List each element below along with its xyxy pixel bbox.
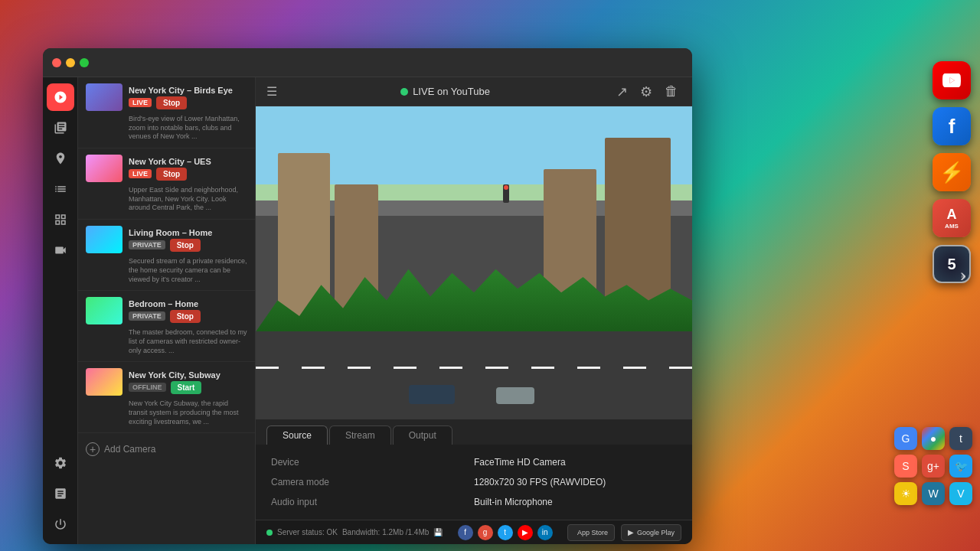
app-window: New York City – Birds Eye LIVE Stop Bird… [43, 48, 692, 544]
add-icon: + [86, 442, 100, 456]
sidebar-icon-home[interactable] [47, 83, 74, 111]
car-2 [496, 387, 534, 404]
close-button[interactable] [52, 58, 61, 67]
share-button[interactable]: ↗ [613, 82, 631, 102]
main-layout: New York City – Birds Eye LIVE Stop Bird… [43, 77, 692, 544]
traffic-signal [503, 184, 509, 203]
dock-icon-ams[interactable]: A AMS [933, 199, 971, 237]
device-label: Device [271, 457, 474, 468]
sidebar-icon-settings[interactable] [47, 449, 74, 477]
camera-description: New York City Subway, the rapid transit … [86, 399, 247, 426]
dock-icon-facebook[interactable]: f [933, 107, 971, 145]
menu-icon[interactable]: ☰ [266, 84, 277, 99]
sidebar-icon-video[interactable] [47, 236, 74, 264]
sidebar-icon-grid[interactable] [47, 206, 74, 233]
title-bar [43, 48, 692, 77]
apple-store-label: App Store [577, 529, 608, 536]
mini-icon-wordpress[interactable]: W [922, 482, 945, 505]
traffic-lights [52, 58, 89, 67]
camera-thumbnail [86, 155, 122, 182]
camera-name: New York City, Subway [129, 370, 247, 380]
google-play-button[interactable]: ▶ Google Play [621, 524, 681, 541]
camera-stop-button[interactable]: Stop [156, 168, 187, 181]
camera-name: New York City – UES [129, 157, 247, 166]
camera-name: New York City – Birds Eye [129, 86, 247, 95]
sidebar-icon-power[interactable] [47, 510, 74, 538]
camera-description: Upper East Side and neighborhood, Manhat… [86, 186, 247, 213]
status-bar: Server status: OK Bandwidth: 1.2Mb /1.4M… [256, 520, 692, 544]
camera-item[interactable]: New York City, Subway Offline Start New … [78, 362, 255, 433]
mini-icon-vimeo[interactable]: V [949, 482, 972, 505]
camera-status: Private [129, 240, 165, 249]
camera-start-button[interactable]: Start [171, 381, 202, 394]
apple-store-button[interactable]: App Store [567, 524, 615, 541]
top-bar: ☰ LIVE on YouTube ↗ ⚙ 🗑 [256, 77, 692, 106]
audio-input-value: Built-in Microphone [474, 497, 677, 507]
settings-button[interactable]: ⚙ [637, 82, 655, 102]
social-linkedin[interactable]: in [537, 525, 553, 540]
live-indicator: LIVE on YouTube [400, 86, 490, 97]
delete-button[interactable]: 🗑 [662, 82, 681, 102]
live-text: LIVE on YouTube [413, 86, 490, 97]
camera-name: Living Room – Home [129, 228, 247, 237]
maximize-button[interactable] [80, 58, 89, 67]
camera-thumbnail [86, 226, 122, 253]
device-info: Device FaceTime HD Camera Camera mode 12… [256, 445, 692, 520]
sidebar-icon-library[interactable] [47, 114, 74, 142]
app-stores: App Store ▶ Google Play [567, 524, 681, 541]
camera-status: LIVE [129, 98, 152, 107]
mini-icon-gplus[interactable]: g+ [922, 455, 945, 478]
dock-icon-youtube[interactable] [933, 61, 971, 99]
icon-sidebar [43, 77, 78, 544]
add-camera-button[interactable]: + Add Camera [78, 433, 255, 465]
social-google[interactable]: g [478, 525, 493, 540]
dock-icon-flash[interactable]: ⚡ [933, 153, 971, 191]
mini-icon-twitter[interactable]: 🐦 [949, 455, 972, 478]
mini-icon-yellow[interactable]: ☀ [894, 482, 917, 505]
camera-name: Bedroom – Home [129, 299, 247, 308]
bottom-dock: G ● t S g+ 🐦 ☀ W V [894, 427, 972, 505]
camera-item[interactable]: Bedroom – Home Private Stop The master b… [78, 291, 255, 362]
camera-mode-label: Camera mode [271, 477, 474, 487]
bandwidth-text: Bandwidth: 1.2Mb /1.4Mb [342, 528, 429, 536]
tab-stream[interactable]: Stream [329, 425, 391, 445]
mini-icon-tumblr[interactable]: t [949, 427, 972, 450]
car-1 [409, 385, 455, 404]
server-status-text: Server status: OK [277, 528, 338, 536]
street-scene [256, 106, 692, 419]
tab-output[interactable]: Output [393, 425, 452, 445]
camera-thumbnail [86, 368, 122, 396]
camera-description: Secured stream of a private residence, t… [86, 257, 247, 284]
camera-stop-button[interactable]: Stop [170, 239, 201, 252]
status-dot [266, 530, 273, 536]
tab-bar: Source Stream Output [256, 419, 692, 445]
audio-input-label: Audio input [271, 497, 474, 507]
camera-stop-button[interactable]: Stop [156, 96, 187, 109]
social-icons: f g t ▶ in [458, 525, 553, 540]
road [256, 331, 692, 419]
camera-item[interactable]: Living Room – Home Private Stop Secured … [78, 220, 255, 291]
sidebar-icon-location[interactable] [47, 145, 74, 172]
device-value: FaceTime HD Camera [474, 457, 677, 468]
road-line [256, 367, 692, 369]
mini-icon-s[interactable]: S [894, 455, 917, 478]
sidebar-icon-plus[interactable] [47, 480, 74, 507]
mini-icon-google[interactable]: G [894, 427, 917, 450]
google-play-label: Google Play [637, 529, 675, 536]
social-facebook[interactable]: f [458, 525, 473, 540]
camera-item[interactable]: New York City – UES LIVE Stop Upper East… [78, 148, 255, 220]
info-panel: Source Stream Output Device FaceTime HD … [256, 419, 692, 520]
minimize-button[interactable] [66, 58, 75, 67]
social-youtube[interactable]: ▶ [518, 525, 533, 540]
disk-icon: 💾 [433, 528, 443, 536]
mini-icon-chrome[interactable]: ● [922, 427, 945, 450]
tab-source[interactable]: Source [266, 425, 328, 445]
camera-stop-button[interactable]: Stop [170, 310, 201, 323]
camera-item[interactable]: New York City – Birds Eye LIVE Stop Bird… [78, 77, 255, 148]
sidebar-icon-list[interactable] [47, 175, 74, 203]
top-actions: ↗ ⚙ 🗑 [613, 82, 681, 102]
signal-red [504, 185, 508, 190]
social-twitter[interactable]: t [498, 525, 513, 540]
content-area: ☰ LIVE on YouTube ↗ ⚙ 🗑 [256, 77, 692, 544]
video-preview [256, 106, 692, 419]
